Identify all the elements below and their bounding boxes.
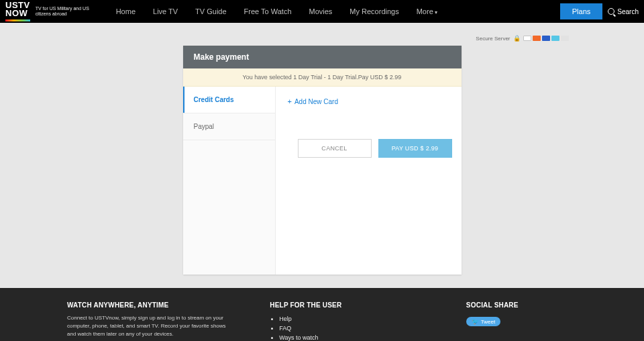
- nav-movies[interactable]: Movies: [309, 7, 333, 15]
- footer-help-title: HELP FOR THE USER: [270, 301, 439, 309]
- tab-content: + Add New Card CANCEL PAY USD $ 2.99: [276, 87, 462, 275]
- brand-logo[interactable]: USTVNOW TV for US Military and US citize…: [5, 1, 96, 21]
- nav-live-tv[interactable]: Live TV: [153, 7, 178, 15]
- payment-panel: Make payment You have selected 1 Day Tri…: [183, 46, 462, 275]
- visa-icon: [542, 36, 550, 41]
- nav-free-to-watch[interactable]: Free To Watch: [244, 7, 292, 15]
- chevron-down-icon: ▾: [435, 9, 437, 15]
- footer-link-ways[interactable]: Ways to watch: [279, 333, 439, 341]
- footer-watch-body: Connect to USTVnow, simply sign up and l…: [67, 314, 228, 338]
- footer-col-help: HELP FOR THE USER Help FAQ Ways to watch: [270, 301, 439, 341]
- twitter-icon: 🐦: [472, 318, 479, 325]
- panel-title: Make payment: [183, 46, 462, 68]
- footer-col-watch: WATCH ANYWHERE, ANYTIME Connect to USTVn…: [67, 301, 243, 341]
- selection-banner: You have selected 1 Day Trial - 1 Day Tr…: [183, 68, 462, 87]
- panel-body: Credit Cards Paypal + Add New Card CANCE…: [183, 87, 462, 275]
- cancel-button[interactable]: CANCEL: [298, 139, 372, 158]
- nav-more[interactable]: More▾: [417, 7, 437, 15]
- nav-home[interactable]: Home: [116, 7, 136, 15]
- top-nav: USTVNOW TV for US Military and US citize…: [0, 0, 644, 23]
- footer-link-help[interactable]: Help: [279, 314, 439, 324]
- amex-icon: [551, 36, 559, 41]
- tab-paypal[interactable]: Paypal: [183, 113, 275, 140]
- footer: WATCH ANYWHERE, ANYTIME Connect to USTVn…: [0, 288, 644, 341]
- add-new-card-link[interactable]: + Add New Card: [288, 97, 452, 105]
- tweet-label: Tweet: [481, 319, 495, 325]
- primary-nav: Home Live TV TV Guide Free To Watch Movi…: [116, 7, 437, 15]
- search-label: Search: [617, 8, 639, 15]
- action-buttons: CANCEL PAY USD $ 2.99: [285, 139, 452, 158]
- paypal-icon: [523, 36, 531, 41]
- nav-tv-guide[interactable]: TV Guide: [195, 7, 226, 15]
- header-right: Plans Search: [560, 3, 639, 19]
- secure-server-row: Secure Server 🔒: [290, 35, 569, 42]
- mastercard-icon: [533, 36, 541, 41]
- search-button[interactable]: Search: [608, 8, 639, 15]
- discover-icon: [561, 36, 569, 41]
- payment-method-icons: [523, 36, 569, 41]
- footer-social-title: SOCIAL SHARE: [466, 301, 577, 309]
- plans-button[interactable]: Plans: [560, 3, 603, 19]
- tab-credit-cards[interactable]: Credit Cards: [183, 87, 275, 113]
- add-new-card-label: Add New Card: [294, 98, 338, 105]
- footer-link-faq[interactable]: FAQ: [279, 324, 439, 333]
- search-icon: [608, 8, 614, 15]
- secure-label: Secure Server: [476, 36, 510, 42]
- lock-icon: 🔒: [513, 35, 521, 42]
- main-content: Secure Server 🔒 Make payment You have se…: [0, 23, 644, 288]
- payment-method-tabs: Credit Cards Paypal: [183, 87, 276, 275]
- logo-mark: USTVNOW: [5, 1, 30, 21]
- footer-watch-title: WATCH ANYWHERE, ANYTIME: [67, 301, 243, 309]
- pay-button[interactable]: PAY USD $ 2.99: [378, 139, 452, 158]
- tagline: TV for US Military and US citizens abroa…: [36, 6, 96, 17]
- nav-my-recordings[interactable]: My Recordings: [350, 7, 398, 15]
- plus-icon: +: [288, 97, 292, 105]
- tweet-button[interactable]: 🐦 Tweet: [466, 317, 500, 326]
- footer-col-social: SOCIAL SHARE 🐦 Tweet: [466, 301, 577, 341]
